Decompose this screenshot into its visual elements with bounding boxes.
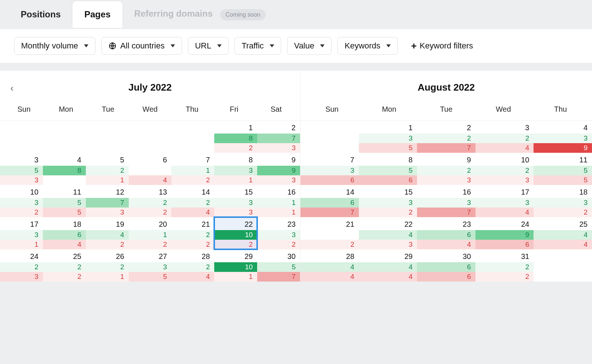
calendar-day[interactable]: 6 4	[129, 153, 172, 185]
calendar-day[interactable]: 21 2	[300, 217, 359, 249]
metric-up: 3	[417, 198, 475, 208]
calendar-day[interactable]: 3066	[417, 249, 475, 282]
metric-up: 2	[86, 262, 129, 272]
calendar-day[interactable]: 712	[171, 153, 214, 185]
day-number: 24	[0, 249, 43, 262]
calendar-day[interactable]: 1273	[86, 185, 129, 217]
filter-countries-label: All countries	[120, 41, 165, 51]
calendar-day[interactable]: 135	[359, 121, 417, 153]
calendar-day[interactable]: 2243	[359, 217, 417, 249]
calendar-day[interactable]: 1942	[86, 217, 129, 249]
calendar-day[interactable]: 831	[214, 153, 257, 185]
calendar-day[interactable]: 273	[257, 121, 300, 153]
filter-traffic[interactable]: Traffic	[235, 37, 281, 55]
calendar-day[interactable]: 1032	[0, 185, 43, 217]
calendar-day[interactable]: 2522	[43, 249, 86, 282]
calendar-day[interactable]: 2621	[86, 249, 129, 282]
calendar-day[interactable]: 1467	[300, 185, 359, 217]
calendar-day[interactable]: 993	[257, 153, 300, 185]
calendar-day[interactable]: 1322	[129, 185, 172, 217]
prev-month-arrow[interactable]: ‹	[10, 82, 14, 94]
calendar-week: 182273	[0, 121, 300, 153]
calendar-day[interactable]: 521	[86, 153, 129, 185]
calendar-day[interactable]: 48	[43, 153, 86, 185]
weekday-label: Fri	[213, 102, 255, 117]
metric-down: 2	[129, 240, 172, 249]
metric-down: 4	[129, 175, 172, 185]
calendar-day[interactable]: 2735	[129, 249, 172, 282]
calendar-day[interactable]: 182	[214, 121, 257, 153]
calendar-day[interactable]: 29101	[214, 249, 257, 282]
metric-down: 2	[300, 240, 359, 249]
filter-url[interactable]: URL	[188, 37, 229, 55]
tab-positions[interactable]: Positions	[9, 1, 73, 28]
calendar-day[interactable]: 227	[417, 121, 475, 153]
chevron-down-icon	[270, 44, 274, 47]
metric-down: 2	[129, 208, 172, 217]
tab-pages[interactable]: Pages	[73, 1, 122, 28]
globe-icon	[108, 42, 117, 50]
calendar-day[interactable]: 1424	[171, 185, 214, 217]
calendar-day[interactable]: 2844	[300, 249, 359, 282]
calendar-day[interactable]: 856	[359, 153, 417, 185]
metric-up: 3	[534, 198, 592, 208]
day-number: 30	[257, 249, 300, 262]
filter-countries[interactable]: All countries	[101, 37, 182, 55]
metric-down: 3	[257, 143, 300, 153]
metric-up: 2	[43, 262, 86, 272]
calendar-day[interactable]: 2364	[417, 217, 475, 249]
calendar-day[interactable]: 923	[417, 153, 475, 185]
weekday-label: Mon	[360, 102, 417, 117]
filter-value-label: Value	[294, 41, 314, 51]
calendar-week: 135227324439	[300, 121, 592, 153]
calendar-day[interactable]: 1155	[43, 185, 86, 217]
calendar-week: 24232522262127352824291013057	[0, 249, 300, 282]
metric-down: 1	[214, 272, 257, 282]
metric-down: 6	[475, 240, 534, 249]
calendar-day[interactable]: 353	[0, 153, 43, 185]
metric-up: 2	[417, 134, 475, 143]
calendar-day[interactable]: 1023	[475, 153, 534, 185]
metric-down: 5	[129, 272, 172, 282]
filter-keywords[interactable]: Keywords	[337, 37, 398, 55]
calendar-day[interactable]: 439	[534, 121, 592, 153]
filter-monthly-volume[interactable]: Monthly volume	[14, 37, 95, 55]
calendar-day[interactable]: 1637	[417, 185, 475, 217]
calendar-day[interactable]: 1532	[359, 185, 417, 217]
calendar-day[interactable]: 2496	[475, 217, 534, 249]
day-number: 16	[417, 185, 475, 198]
calendar-day[interactable]: 2824	[171, 249, 214, 282]
spacer	[0, 63, 592, 71]
calendar-day[interactable]: 2122	[171, 217, 214, 249]
calendar-day[interactable]: 3122	[475, 249, 534, 282]
calendar-day[interactable]: 1832	[534, 185, 592, 217]
calendar-day[interactable]: 3057	[257, 249, 300, 282]
calendar-day[interactable]: 2332	[257, 217, 300, 249]
calendar-day[interactable]: 2944	[359, 249, 417, 282]
calendar-day[interactable]: 1155	[534, 153, 592, 185]
metric-up: 6	[300, 198, 359, 208]
day-number: 4	[43, 153, 86, 166]
calendar-day[interactable]: 1864	[43, 217, 86, 249]
day-number: 16	[257, 185, 300, 198]
calendar-day[interactable]: 1731	[0, 217, 43, 249]
calendar-day[interactable]: 736	[300, 153, 359, 185]
calendar-day[interactable]: 2012	[129, 217, 172, 249]
day-number: 29	[214, 249, 257, 262]
metric-down: 2	[86, 240, 129, 249]
metric-down: 3	[475, 175, 534, 185]
filter-value[interactable]: Value	[287, 37, 332, 55]
metric-up: 3	[0, 230, 43, 240]
calendar-day[interactable]: 1734	[475, 185, 534, 217]
calendar-day[interactable]: 22102	[214, 217, 257, 249]
calendar-day[interactable]: 1533	[214, 185, 257, 217]
metric-down: 2	[0, 208, 43, 217]
metric-up: 1	[257, 198, 300, 208]
calendar-day[interactable]: 324	[475, 121, 534, 153]
calendar-day[interactable]: 2544	[534, 217, 592, 249]
day-number: 19	[86, 217, 129, 230]
day-number: 8	[359, 153, 417, 166]
keyword-filters-button[interactable]: + Keyword filters	[411, 40, 473, 52]
calendar-day[interactable]: 1611	[257, 185, 300, 217]
calendar-day[interactable]: 2423	[0, 249, 43, 282]
